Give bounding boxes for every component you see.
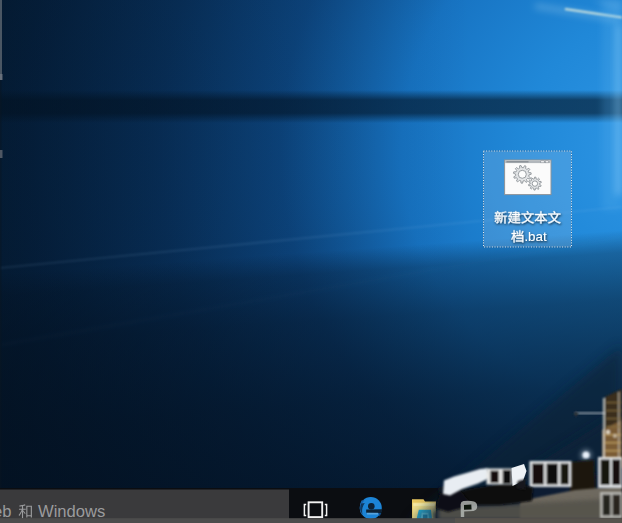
svg-text:Windows: Windows [38,502,105,521]
svg-text:.bat: .bat [524,229,547,244]
svg-text:eb: eb [0,502,11,521]
